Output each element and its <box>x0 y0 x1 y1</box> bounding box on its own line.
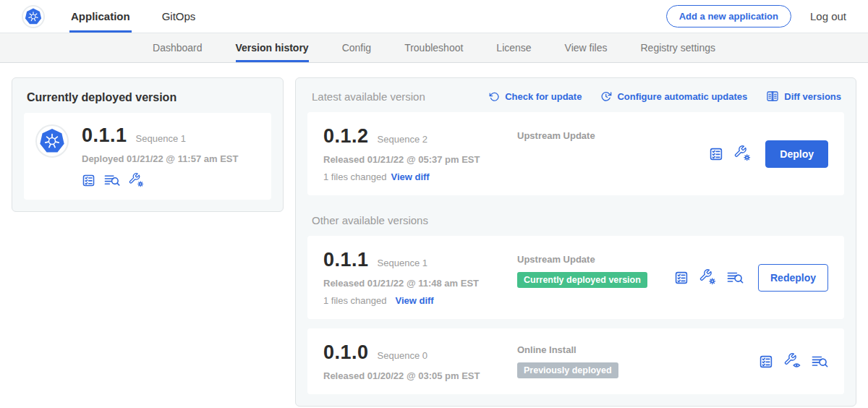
deployed-sequence-label: Sequence 1 <box>136 133 186 144</box>
subnav-item-troubleshoot[interactable]: Troubleshoot <box>404 33 463 62</box>
app-logo[interactable] <box>22 0 45 33</box>
version-number: 0.1.1 <box>323 249 369 271</box>
auto-update-icon <box>600 90 612 102</box>
kubernetes-app-icon <box>35 124 69 158</box>
version-source-label: Online Install <box>517 344 759 355</box>
diff-versions-label: Diff versions <box>784 91 841 102</box>
logout-button[interactable]: Log out <box>810 10 846 22</box>
version-row-0-1-0: 0.1.0 Sequence 0 Released 01/20/22 @ 03:… <box>307 328 844 394</box>
sequence-label: Sequence 1 <box>378 258 427 268</box>
sequence-label: Sequence 0 <box>378 350 427 361</box>
redeploy-button[interactable]: Redeploy <box>758 264 828 292</box>
view-config-icon[interactable] <box>784 353 801 370</box>
version-row-0-1-1: 0.1.1 Sequence 1 Released 01/21/22 @ 11:… <box>307 236 844 319</box>
released-timestamp: Released 01/20/22 @ 03:05 pm EST <box>323 370 517 381</box>
deploy-button[interactable]: Deploy <box>765 140 828 168</box>
subnav-item-registry-settings[interactable]: Registry settings <box>641 33 715 62</box>
refresh-icon <box>489 91 500 102</box>
version-number: 0.1.2 <box>323 125 369 148</box>
view-diff-link[interactable]: View diff <box>395 295 433 306</box>
check-for-update-label: Check for update <box>505 91 582 102</box>
subnav-item-config[interactable]: Config <box>342 33 371 62</box>
version-number: 0.1.0 <box>323 341 369 364</box>
check-for-update-link[interactable]: Check for update <box>489 91 582 102</box>
version-source-label: Upstream Update <box>517 130 709 141</box>
subnav-item-dashboard[interactable]: Dashboard <box>153 33 203 62</box>
subnav-item-view-files[interactable]: View files <box>565 33 608 62</box>
version-history-panel: Latest available version Check for updat… <box>295 77 856 407</box>
released-timestamp: Released 01/21/22 @ 11:48 am EST <box>323 278 517 289</box>
subnav-item-license[interactable]: License <box>496 33 531 62</box>
other-versions-heading: Other available versions <box>312 214 844 226</box>
diff-versions-link[interactable]: Diff versions <box>766 90 841 103</box>
currently-deployed-badge: Currently deployed version <box>517 272 647 288</box>
app-header: Application GitOps Add a new application… <box>0 0 868 33</box>
subnav-item-version-history[interactable]: Version history <box>236 33 309 62</box>
currently-deployed-panel: Currently deployed version 0.1.1 Sequenc… <box>12 77 284 212</box>
checklist-icon[interactable] <box>82 174 95 187</box>
edit-config-icon[interactable] <box>699 269 716 286</box>
released-timestamp: Released 01/21/22 @ 05:37 pm EST <box>323 154 517 165</box>
header-tab-application[interactable]: Application <box>69 0 132 33</box>
add-application-button[interactable]: Add a new application <box>666 5 791 27</box>
checklist-icon[interactable] <box>709 147 723 161</box>
view-diff-link[interactable]: View diff <box>391 171 429 182</box>
previously-deployed-badge: Previously deployed <box>517 362 618 378</box>
header-spacer <box>226 0 665 33</box>
diff-versions-icon <box>766 90 779 103</box>
edit-config-icon[interactable] <box>734 145 751 162</box>
release-notes-icon[interactable] <box>104 174 120 187</box>
main-content: Currently deployed version 0.1.1 Sequenc… <box>0 63 868 407</box>
configure-automatic-updates-label: Configure automatic updates <box>617 91 747 102</box>
header-tab-gitops[interactable]: GitOps <box>161 0 197 33</box>
latest-version-heading: Latest available version <box>312 90 425 103</box>
deployed-version-number: 0.1.1 <box>82 124 127 147</box>
kubernetes-logo-icon <box>22 5 45 28</box>
files-changed-label: 1 files changed <box>323 171 386 182</box>
checklist-icon[interactable] <box>674 271 689 285</box>
version-row-0-1-2: 0.1.2 Sequence 2 Released 01/21/22 @ 05:… <box>307 112 844 195</box>
files-changed-label: 1 files changed <box>323 295 386 306</box>
checklist-icon[interactable] <box>759 354 773 369</box>
edit-config-icon[interactable] <box>129 173 144 188</box>
currently-deployed-title: Currently deployed version <box>27 91 271 104</box>
configure-automatic-updates-link[interactable]: Configure automatic updates <box>600 90 747 102</box>
currently-deployed-card: 0.1.1 Sequence 1 Deployed 01/21/22 @ 11:… <box>24 113 271 200</box>
release-notes-icon[interactable] <box>812 354 828 369</box>
app-subnav: Dashboard Version history Config Trouble… <box>0 33 868 63</box>
version-source-label: Upstream Update <box>517 254 674 265</box>
deployed-timestamp: Deployed 01/21/22 @ 11:57 am EST <box>82 153 238 164</box>
release-notes-icon[interactable] <box>727 271 744 285</box>
sequence-label: Sequence 2 <box>378 134 427 145</box>
